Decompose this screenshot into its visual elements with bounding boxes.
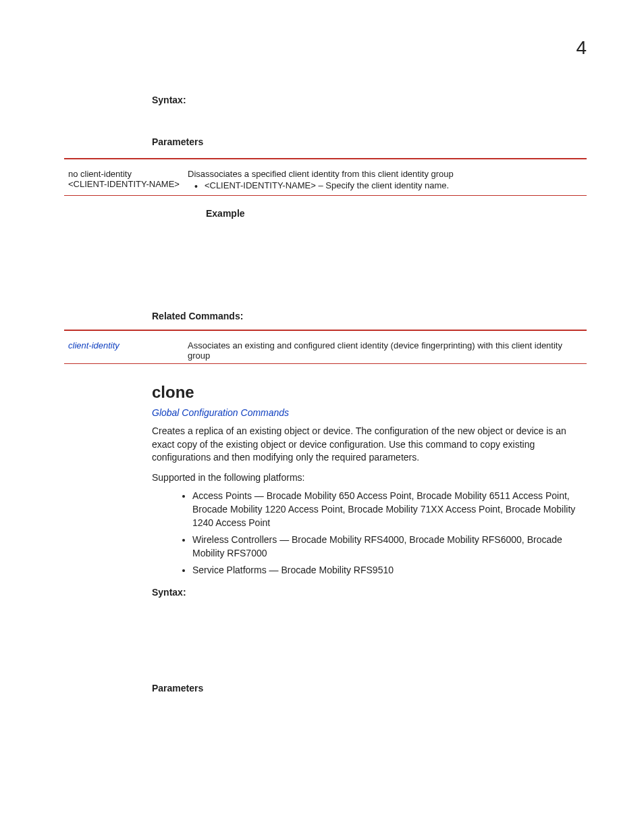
table-row: client-identity Associates an existing a… [64,338,587,363]
parameters-heading-1: Parameters [152,136,587,147]
divider [64,158,587,159]
param-name-line2: <CLIENT-IDENTITY-NAME> [68,179,180,189]
divider [64,330,587,331]
param-desc-line2: <CLIENT-IDENTITY-NAME> – Specify the cli… [205,180,449,190]
related-commands-table: client-identity Associates an existing a… [64,338,587,363]
parameters-table-1: no client-identity <CLIENT-IDENTITY-NAME… [64,166,587,195]
syntax-heading-1: Syntax: [152,95,587,105]
clone-title: clone [152,383,587,402]
param-desc-line1: Disassociates a specified client identit… [188,169,583,179]
page-number: 4 [576,37,587,59]
related-link-cell: client-identity [64,338,184,363]
param-right-cell: Disassociates a specified client identit… [184,166,587,195]
related-desc-cell: Associates an existing and configured cl… [184,338,587,363]
global-config-link[interactable]: Global Configuration Commands [152,407,587,418]
bullet-icon: • [194,180,198,192]
param-left-cell: no client-identity <CLIENT-IDENTITY-NAME… [64,166,184,195]
platform-list: Access Points — Brocade Mobility 650 Acc… [152,490,587,577]
syntax-heading-2: Syntax: [152,587,587,598]
example-heading: Example [206,208,587,219]
list-item: Wireless Controllers — Brocade Mobility … [192,533,587,560]
list-item: Access Points — Brocade Mobility 650 Acc… [192,490,587,529]
parameters-heading-2: Parameters [152,683,587,694]
client-identity-link[interactable]: client-identity [68,340,119,350]
page-container: 4 Syntax: Parameters no client-identity … [0,0,644,834]
divider [64,363,587,364]
supported-platforms-label: Supported in the following platforms: [152,471,587,485]
related-commands-heading: Related Commands: [152,311,587,321]
list-item: Service Platforms — Brocade Mobility RFS… [192,564,587,577]
param-name-line1: no client-identity [68,169,180,179]
clone-description: Creates a replica of an existing object … [152,425,587,465]
table-row: no client-identity <CLIENT-IDENTITY-NAME… [64,166,587,195]
